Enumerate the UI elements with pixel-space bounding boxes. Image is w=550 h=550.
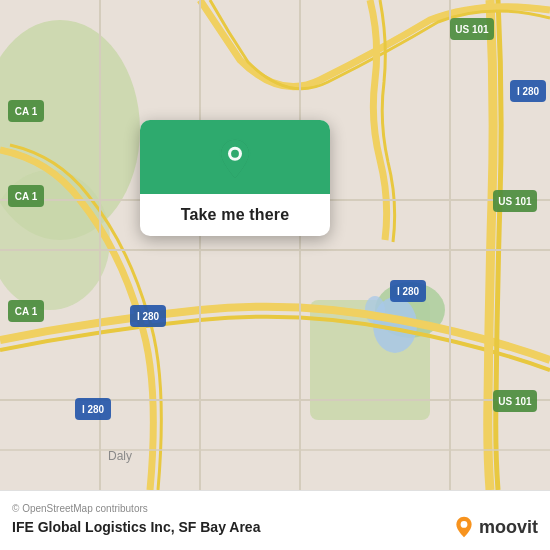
take-me-there-button[interactable]: Take me there [181, 206, 290, 224]
popup-header [140, 120, 330, 194]
map-attribution: © OpenStreetMap contributors [12, 503, 538, 514]
svg-text:I 280: I 280 [517, 86, 540, 97]
svg-point-38 [231, 150, 239, 158]
svg-point-39 [461, 521, 468, 528]
location-info: IFE Global Logistics Inc, SF Bay Area mo… [12, 516, 538, 538]
svg-text:I 280: I 280 [397, 286, 420, 297]
bottom-info-bar: © OpenStreetMap contributors IFE Global … [0, 490, 550, 550]
location-name: IFE Global Logistics Inc, SF Bay Area [12, 519, 260, 535]
moovit-logo: moovit [453, 516, 538, 538]
map-view: US 101 I 280 CA 1 CA 1 I 280 I 280 US 10… [0, 0, 550, 490]
svg-text:Daly: Daly [108, 449, 132, 463]
svg-text:I 280: I 280 [137, 311, 160, 322]
moovit-pin-icon [453, 516, 475, 538]
location-popup: Take me there [140, 120, 330, 236]
svg-text:I 280: I 280 [82, 404, 105, 415]
svg-text:US 101: US 101 [498, 196, 532, 207]
moovit-label: moovit [479, 517, 538, 538]
popup-body[interactable]: Take me there [165, 194, 306, 236]
location-pin-icon [214, 138, 256, 180]
svg-text:CA 1: CA 1 [15, 191, 38, 202]
svg-text:US 101: US 101 [455, 24, 489, 35]
svg-text:CA 1: CA 1 [15, 306, 38, 317]
svg-text:CA 1: CA 1 [15, 106, 38, 117]
svg-text:US 101: US 101 [498, 396, 532, 407]
